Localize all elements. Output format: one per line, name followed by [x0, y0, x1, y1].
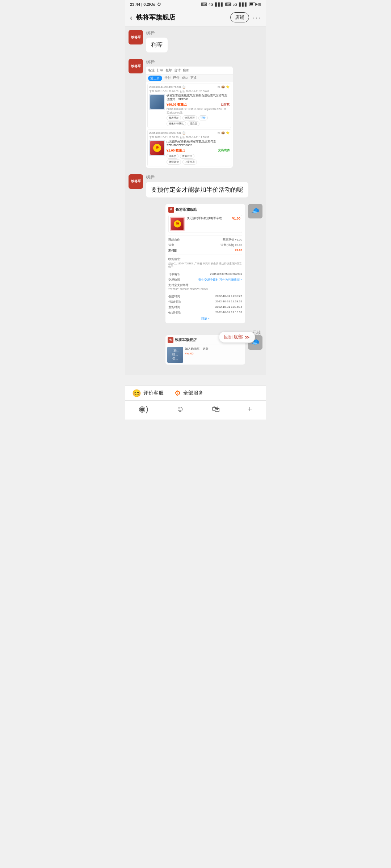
store-button[interactable]: 店铺 — [230, 12, 249, 22]
receipt-row-paid: 付款时间: 2022-10-31 11:38:32 — [168, 299, 242, 305]
store-avatar-2: 铁将军 — [129, 59, 143, 73]
msg-content-wrap-2: 枫桦 备注 打标 包邮 合计 翻新 近三月 待付 已付 成功 更多 — [146, 59, 233, 168]
return-bottom-icon: ≫ — [244, 334, 250, 340]
emoji-button[interactable]: ☺ — [176, 404, 184, 414]
page-title: 铁将军旗舰店 — [136, 13, 231, 22]
order-body-2: 特 [1元预约军特权]铁将军车载无线充气泵 ZZDJJ00ZZZDJ002 ¥1… — [149, 140, 230, 165]
sender-name-1: 枫桦 — [146, 30, 168, 36]
voice-icon: ◉) — [139, 404, 148, 414]
product-img-2: 特 — [149, 140, 165, 156]
receipt-row-payment-no: 支付宝支付单号: — [168, 282, 242, 288]
receipt-store-logo: 铁 — [168, 207, 174, 213]
rate-service-item[interactable]: 😊 评价客服 — [132, 389, 164, 397]
back-button[interactable]: ‹ — [130, 13, 133, 22]
receipt-row-shipped: 发货时间: 2022-10-31 13:16:16 — [168, 305, 242, 310]
emoji-icon: ☺ — [176, 404, 184, 414]
voice-button[interactable]: ◉) — [139, 404, 148, 414]
return-bottom-button[interactable]: 回到底部 ≫ — [219, 331, 255, 343]
user-avatar: 🧢 — [248, 204, 262, 218]
receipt-screenshot: 铁 铁将军旗舰店 特 [1元预约军特权]铁将军车载… ¥1.00 — [165, 204, 245, 323]
order-sub-actions-1: 修改SKU属性 退换货 — [167, 121, 230, 126]
all-services-icon: ⚙ — [175, 389, 181, 397]
bottom-nav: ◉) ☺ 🛍 + — [125, 400, 266, 420]
chat-header: ‹ 铁将军旗舰店 店铺 ··· — [125, 9, 266, 26]
plus-button[interactable]: + — [248, 404, 252, 414]
all-services-label: 全部服务 — [183, 390, 203, 396]
receipt-row-total: 实付款 ¥1.00 — [168, 248, 242, 253]
status-right: HD 4G ▋▋▋ HD 5G ▋▋▋ 48 — [201, 3, 261, 7]
4g-icon: 4G — [209, 3, 213, 7]
battery-level: 48 — [257, 3, 261, 7]
receipt-product: 特 [1元预约军特权]铁将军车载… ¥1.00 — [168, 215, 242, 233]
receipt-row-shipping: 运费 运费(优惠) ¥0.00 — [168, 242, 242, 248]
product-info-2: [1元预约军特权]铁将军车载无线充气泵 ZZDJJ00ZZZDJ002 ¥1.0… — [167, 140, 230, 165]
sender-name-3: 枫桦 — [146, 174, 248, 180]
msg-content-wrap-1: 枫桦 稍等 — [146, 30, 168, 52]
bag-icon: 🛍 — [212, 404, 220, 414]
5g-icon: 5G — [233, 3, 237, 7]
message-1: 铁将军 枫桦 稍等 — [129, 30, 262, 52]
msg-content-wrap-3: 枫桦 要预付定金才能参加半价活动的呢 — [146, 174, 248, 197]
order-header-1: 29881014425449076531 📋 ✉📦⭐ — [149, 85, 230, 89]
status-bar: 23:44 | 0.2K/s ⏱ HD 4G ▋▋▋ HD 5G ▋▋▋ 48 — [125, 0, 266, 9]
message-3: 铁将军 枫桦 要预付定金才能参加半价活动的呢 — [129, 174, 262, 197]
sender-name-2: 枫桦 — [146, 59, 233, 65]
hd-label: HD — [201, 3, 207, 6]
receipt-product-img: 特 — [170, 217, 185, 231]
order-tabs: 备注 打标 包邮 合计 翻新 — [146, 67, 233, 75]
partial-store-logo: 铁 — [168, 337, 173, 343]
bubble-1: 稍等 — [146, 38, 168, 52]
receipt-row-order-no: 订单编号: 29851063075889767531 — [168, 272, 242, 277]
rate-icon: 😊 — [132, 389, 141, 397]
receipt-row-price: 商品总价 商品享价 ¥1.00 — [168, 237, 242, 242]
order-filter: 近三月 待付 已付 成功 更多 — [146, 75, 233, 82]
rate-label: 评价客服 — [143, 390, 164, 396]
product-info-1: 铁将军车载无线充气泵充电自启动充气泵打气泵便携式…SFP081 ¥96.03 数… — [167, 94, 230, 126]
return-bottom-label: 回到底部 — [224, 334, 243, 340]
bubble-3: 要预付定金才能参加半价活动的呢 — [146, 182, 248, 197]
order-actions-2: 退换货 查看评价 — [167, 154, 230, 159]
receipt-row-created: 创建时间: 2022-10-31 11:38:26 — [168, 294, 242, 299]
more-button[interactable]: ··· — [253, 13, 261, 22]
receipt-row-delivery: 收货信息: — [168, 256, 242, 262]
order-body-1: 铁将军车载无线充气泵充电自启动充气泵打气泵便携式…SFP081 ¥96.03 数… — [149, 94, 230, 126]
order-item-1: 29881014425449076531 📋 ✉📦⭐ 下单:2022-10-31… — [147, 84, 231, 128]
receipt-store-header: 铁 铁将军旗舰店 — [168, 207, 242, 213]
order-actions-1: 修改地址 物流推荐 详情 — [167, 115, 230, 120]
bag-button[interactable]: 🛍 — [212, 404, 220, 414]
order-item-2: 29851063075889767531 📋 ✉📦⭐ 下单:2022-10-21… — [147, 129, 231, 166]
plus-icon: + — [248, 404, 252, 414]
order-screenshot: 备注 打标 包邮 合计 翻新 近三月 待付 已付 成功 更多 2 — [146, 67, 233, 168]
signal-bars2: ▋▋▋ — [239, 3, 248, 7]
receipt-row-transaction: 交易快照 查生交易争议时,可作为判断依据 » — [168, 277, 242, 282]
store-avatar: 铁将军 — [129, 30, 143, 44]
signal-bars: ▋▋▋ — [215, 3, 224, 7]
service-bar: 😊 评价客服 ⚙ 全部服务 — [125, 386, 266, 400]
battery-icon — [249, 3, 256, 6]
store-avatar-3: 铁将军 — [129, 174, 143, 189]
order-header-2: 29851063075889767531 📋 ✉📦⭐ — [149, 131, 230, 135]
msg-content-wrap-4: 铁 铁将军旗舰店 特 [1元预约军特权]铁将军车载… ¥1.00 — [165, 204, 245, 323]
status-time: 23:44 | 0.2K/s ⏱ — [130, 2, 161, 7]
receipt-row-delivered: 收货时间: 2022-10-31 13:16:33 — [168, 310, 242, 315]
order-sub-actions-2: 激活评价 上报快递 — [167, 159, 230, 165]
all-services-item[interactable]: ⚙ 全部服务 — [175, 389, 203, 397]
chat-area: 铁将军 枫桦 稍等 铁将军 枫桦 备注 打标 包邮 合计 翻新 — [125, 26, 266, 375]
message-2: 铁将军 枫桦 备注 打标 包邮 合计 翻新 近三月 待付 已付 成功 — [129, 59, 262, 168]
hd-label2: HD — [225, 3, 231, 6]
message-4: 🧢 铁 铁将军旗舰店 特 [1元预约军特权]铁将军车载… — [129, 204, 262, 323]
product-img-1 — [149, 94, 165, 110]
